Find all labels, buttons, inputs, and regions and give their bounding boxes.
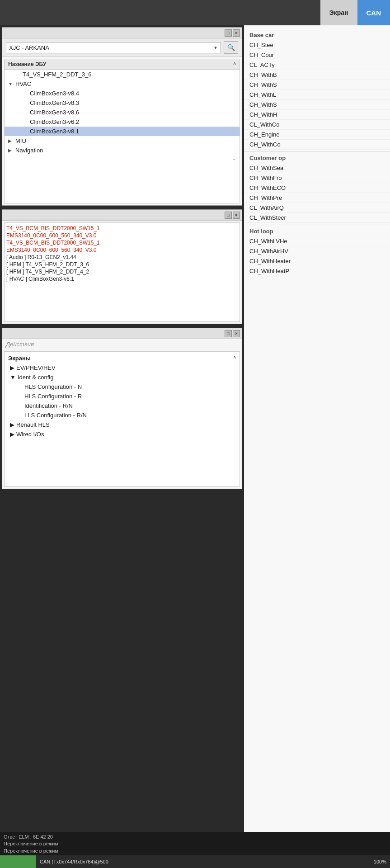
- base-car-item[interactable]: CH_Engine: [244, 130, 390, 140]
- screens-item-hls_r[interactable]: HLS Configuration - R: [6, 392, 238, 401]
- expand-icon: ▶: [8, 148, 14, 153]
- dropdown-arrow-icon: ▼: [213, 45, 218, 50]
- base-car-item[interactable]: CL_WithCo: [244, 120, 390, 130]
- log-item: [ HFM ] T4_VS_HFM_2_DDT_3_6: [6, 261, 238, 268]
- base-car-item[interactable]: CH_Stee: [244, 40, 390, 50]
- tree-header-label: Название ЭБУ: [8, 61, 46, 67]
- top-bar: Экран CAN: [0, 0, 390, 25]
- log-titlebar: □ ✕: [2, 210, 242, 221]
- log-items: T4_VS_BCM_BIS_DDT2000_SW15_1EMS3140_0C00…: [6, 225, 238, 283]
- ecu-tree-items: T4_VS_HFM_2_DDT_3_6▼ HVAC ClimBoxGen3-v8…: [5, 70, 240, 155]
- screens-item-hls_n[interactable]: HLS Configuration - N: [6, 382, 238, 392]
- base-car-item[interactable]: CH_WithB: [244, 70, 390, 80]
- vehicle-dropdown[interactable]: XJC - ARKANA ▼: [6, 42, 221, 53]
- log-item: T4_VS_BCM_BIS_DDT2000_SW15_1: [6, 239, 238, 246]
- hot-loop-item[interactable]: CH_WithAirHV: [244, 246, 390, 256]
- tab-ekran[interactable]: Экран: [320, 0, 357, 25]
- screens-section-header: Экраны ^: [6, 354, 238, 363]
- customer-item[interactable]: CH_WithECO: [244, 183, 390, 193]
- log-item: T4_VS_BCM_BIS_DDT2000_SW15_1: [6, 225, 238, 232]
- tree-item-clim_v81[interactable]: ClimBoxGen3-v8.1: [5, 127, 240, 136]
- actions-titlebar: □ ✕: [2, 328, 242, 339]
- base-car-items: CH_SteeCH_CourCL_ACTyCH_WithBCH_WithSCH_…: [244, 40, 390, 150]
- ecu-titlebar: □ ✕: [2, 28, 242, 38]
- screens-header-label: Экраны: [8, 355, 31, 362]
- tree-item-clim_v62[interactable]: ClimBoxGen3-v6.2: [5, 117, 240, 127]
- main-layout: □ ✕ XJC - ARKANA ▼ 🔍 Название ЭБУ ^: [0, 25, 390, 832]
- customer-item[interactable]: CL_WithAirQ: [244, 203, 390, 213]
- screens-item-lls_rn[interactable]: LLS Configuration - R/N: [6, 410, 238, 420]
- screens-expand-icon: ▶: [10, 421, 14, 428]
- hot-loop-item[interactable]: CH_WithHeater: [244, 256, 390, 266]
- screens-expand-icon: ▶: [10, 431, 14, 438]
- hot-loop-item[interactable]: CH_WithLVHe: [244, 236, 390, 246]
- log-item: [ HVAC ] ClimBoxGen3-v8.1: [6, 275, 238, 283]
- tree-scroll-indicator: ⌄: [5, 155, 240, 162]
- base-car-item[interactable]: CH_WithL: [244, 90, 390, 100]
- actions-close-btn[interactable]: ✕: [233, 330, 240, 337]
- screens-item-ev_phev[interactable]: ▶ EV/PHEV/HEV: [6, 363, 238, 373]
- ecu-panel: □ ✕ XJC - ARKANA ▼ 🔍 Название ЭБУ ^: [2, 27, 242, 206]
- customer-item[interactable]: CH_WithFro: [244, 173, 390, 183]
- ecu-restore-btn[interactable]: □: [225, 29, 232, 37]
- status-green-box: [0, 855, 36, 868]
- customer-items: CH_WithSeaCH_WithFroCH_WithECOCH_WithPre…: [244, 163, 390, 223]
- tree-header: Название ЭБУ ^: [5, 59, 240, 70]
- ecu-close-btn[interactable]: ✕: [233, 29, 240, 37]
- tree-item-clim_v84[interactable]: ClimBoxGen3-v8.4: [5, 89, 240, 98]
- status-can-text: CAN (Tx0x744/Rx0x764)@500: [36, 859, 370, 864]
- customer-item[interactable]: CL_WithSteer: [244, 213, 390, 223]
- base-car-item[interactable]: CH_WithS: [244, 100, 390, 110]
- tree-item-clim_v86[interactable]: ClimBoxGen3-v8.6: [5, 108, 240, 117]
- actions-restore-btn[interactable]: □: [225, 330, 232, 337]
- tab-can[interactable]: CAN: [357, 0, 390, 25]
- tree-item-hvac[interactable]: ▼ HVAC: [5, 79, 240, 89]
- status-bar: Ответ ELM : 6E 42 20Переключение в режим…: [0, 832, 390, 868]
- log-item: [ HFM ] T4_VS_HFM_2_DDT_4_2: [6, 268, 238, 275]
- base-car-item[interactable]: CH_WithS: [244, 80, 390, 90]
- right-panel: Base car CH_SteeCH_CourCL_ACTyCH_WithBCH…: [244, 25, 390, 832]
- tree-item-t4_hfm[interactable]: T4_VS_HFM_2_DDT_3_6: [5, 70, 240, 79]
- vehicle-selector-header: XJC - ARKANA ▼ 🔍: [2, 38, 242, 57]
- screens-expand-icon: ▶: [10, 364, 14, 371]
- ecu-tree-container[interactable]: Название ЭБУ ^ T4_VS_HFM_2_DDT_3_6▼ HVAC…: [4, 59, 240, 203]
- screens-expand-icon: ▼: [10, 374, 16, 381]
- screens-tree-container[interactable]: Экраны ^ ▶ EV/PHEV/HEV▼ Ident & config H…: [4, 351, 240, 487]
- customer-header: Customer op: [244, 151, 390, 163]
- status-percent: 100%: [370, 859, 390, 864]
- customer-item[interactable]: CH_WithSea: [244, 163, 390, 173]
- actions-label: Действия: [2, 339, 242, 349]
- app-title: [0, 0, 320, 25]
- screens-item-wired_ios[interactable]: ▶ Wired I/Os: [6, 429, 238, 439]
- left-panel: □ ✕ XJC - ARKANA ▼ 🔍 Название ЭБУ ^: [0, 25, 244, 832]
- status-line: Переключение в режим: [4, 848, 386, 854]
- tree-item-clim_v83[interactable]: ClimBoxGen3-v8.3: [5, 98, 240, 108]
- hot-loop-header: Hot loop: [244, 225, 390, 236]
- base-car-item[interactable]: CH_WithCo: [244, 140, 390, 150]
- log-content[interactable]: T4_VS_BCM_BIS_DDT2000_SW15_1EMS3140_0C00…: [4, 222, 240, 322]
- log-item: EMS3140_0C00_600_560_340_V3.0: [6, 246, 238, 254]
- screens-item-ident_rn[interactable]: Identification - R/N: [6, 401, 238, 410]
- actions-panel: □ ✕ Действия Экраны ^ ▶ EV/PHEV/HEV▼ Ide…: [2, 328, 242, 489]
- log-panel: □ ✕ T4_VS_BCM_BIS_DDT2000_SW15_1EMS3140_…: [2, 209, 242, 324]
- expand-icon: ▼: [8, 81, 14, 86]
- base-car-header: Base car: [244, 29, 390, 40]
- customer-item[interactable]: CH_WithPre: [244, 193, 390, 203]
- hot-loop-items: CH_WithLVHeCH_WithAirHVCH_WithHeaterCH_W…: [244, 236, 390, 276]
- ecu-search-btn[interactable]: 🔍: [224, 41, 238, 54]
- log-restore-btn[interactable]: □: [225, 212, 232, 219]
- expand-icon: ▶: [8, 138, 14, 143]
- base-car-item[interactable]: CL_ACTy: [244, 60, 390, 70]
- screens-item-ident_config[interactable]: ▼ Ident & config: [6, 373, 238, 382]
- tree-scroll-up-btn[interactable]: ^: [233, 62, 236, 67]
- hot-loop-item[interactable]: CH_WithHeatP: [244, 266, 390, 276]
- screens-tree-items: ▶ EV/PHEV/HEV▼ Ident & config HLS Config…: [6, 363, 238, 439]
- tree-item-miu[interactable]: ▶ MIU: [5, 136, 240, 146]
- base-car-item[interactable]: CH_Cour: [244, 50, 390, 60]
- log-item: EMS3140_0C00_600_560_340_V3.0: [6, 232, 238, 239]
- screens-item-renault_hls[interactable]: ▶ Renault HLS: [6, 420, 238, 429]
- log-item: [ Audio ] R0-13_GEN2_v1.44: [6, 254, 238, 261]
- log-close-btn[interactable]: ✕: [233, 212, 240, 219]
- base-car-item[interactable]: CH_WithH: [244, 110, 390, 120]
- tree-item-nav[interactable]: ▶ Navigation: [5, 146, 240, 155]
